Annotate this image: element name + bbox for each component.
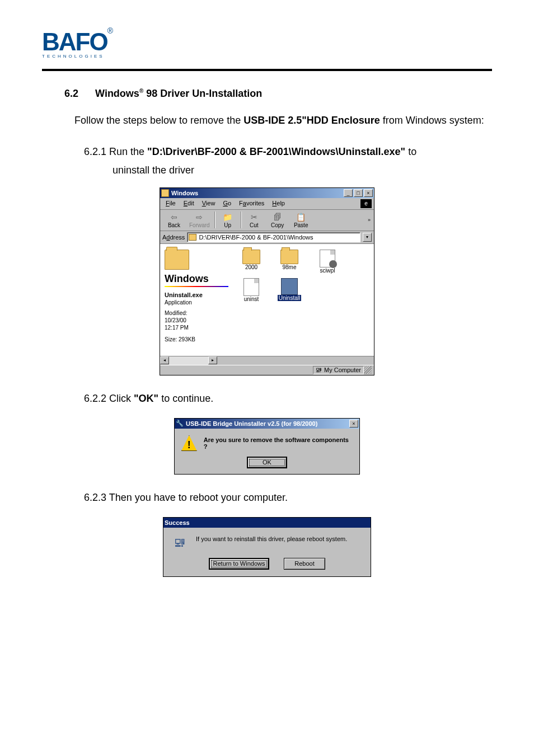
selected-type: Application (165, 299, 228, 306)
copy-label: Copy (271, 222, 284, 228)
explorer-titlebar[interactable]: Windows _ □ × (160, 188, 374, 198)
size-text: Size: 293KB (165, 336, 228, 342)
section-heading: 6.2 Windows® 98 Driver Un-Installation (64, 88, 492, 100)
explorer-client: Windows Uninstall.exe Application Modifi… (160, 244, 374, 356)
dialog2-title: Success (165, 519, 369, 526)
figure-dialog2: Success 🖳 If you want to reinstall this … (42, 517, 492, 577)
item-label: sciwpl (320, 267, 335, 274)
dialog1-message: Are you sure to remove the software comp… (204, 436, 353, 450)
dialog1-title: USB-IDE Bridge Uninstaller v2.5 (for 98/… (186, 420, 348, 427)
confirm-dialog: 🔧 USB-IDE Bridge Uninstaller v2.5 (for 9… (174, 418, 360, 475)
toolbar-overflow[interactable]: » (367, 217, 372, 223)
cut-button[interactable]: ✂Cut (242, 211, 266, 229)
list-item[interactable]: Uninstall (275, 278, 303, 302)
intro-pre: Follow the steps below to remove the (74, 115, 243, 126)
back-label: Back (168, 222, 180, 228)
paste-label: Paste (294, 222, 308, 228)
toolbar-separator (214, 212, 215, 228)
file-list[interactable]: 2000 98me sciwpl uninst Uninstall (233, 244, 374, 356)
menu-help[interactable]: Help (269, 199, 288, 208)
step1-line2: uninstall the driver (113, 165, 492, 176)
return-label: Return to Windows (213, 560, 265, 567)
close-button[interactable]: × (349, 420, 358, 428)
step1-post: to (405, 146, 416, 157)
menu-favorites[interactable]: Favorites (236, 199, 268, 208)
maximize-button[interactable]: □ (354, 189, 363, 197)
modified-label: Modified: (165, 310, 228, 316)
reboot-button[interactable]: Reboot (284, 558, 325, 570)
modified-time: 12:17 PM (165, 325, 228, 331)
logo-registered: ® (107, 26, 113, 35)
dialog2-body: 🖳 If you want to reinstall this driver, … (163, 528, 371, 553)
section-title-prefix: Windows (95, 88, 139, 99)
ini-file-icon (243, 278, 259, 296)
section-number: 6.2 (64, 88, 78, 99)
success-icon: 🖳 (171, 534, 188, 551)
list-item[interactable]: sciwpl (313, 250, 341, 274)
ok-button[interactable]: OK (247, 457, 287, 468)
paste-button[interactable]: 📋Paste (289, 211, 313, 229)
copy-button[interactable]: 🗐Copy (266, 211, 289, 229)
folder-icon (280, 250, 298, 264)
up-button[interactable]: 📁Up (216, 211, 240, 229)
forward-button[interactable]: ⇨Forward (186, 211, 213, 229)
ok-label: OK (263, 459, 271, 466)
scrollbar-track[interactable] (169, 356, 208, 365)
status-text: My Computer (324, 367, 361, 373)
list-item[interactable]: uninst (237, 278, 265, 302)
back-button[interactable]: ⇦Back (162, 211, 186, 229)
step2-pre: Click (106, 393, 134, 404)
toolbar: ⇦Back ⇨Forward 📁Up ✂Cut 🗐Copy 📋Paste » (160, 210, 374, 231)
scroll-right-button[interactable]: ▸ (208, 356, 217, 364)
address-value: D:\DRIVER\BF-2000 & BF-2001\Windows (199, 234, 313, 241)
cut-icon: ✂ (249, 212, 260, 222)
back-arrow-icon: ⇦ (168, 212, 180, 222)
step-6-2-1: 6.2.1 Run the "D:\Driver\BF-2000 & BF-20… (84, 144, 492, 160)
intro-bold: USB-IDE 2.5"HDD Enclosure (243, 115, 380, 126)
status-bar: 🖳 My Computer (160, 365, 374, 375)
menu-edit[interactable]: Edit (180, 199, 198, 208)
folder-icon (242, 250, 260, 264)
forward-arrow-icon: ⇨ (194, 212, 205, 222)
step2-bold: "OK" (134, 393, 158, 404)
step-6-2-3: 6.2.3 Then you have to reboot your compu… (84, 490, 492, 506)
big-folder-icon (165, 250, 189, 270)
list-item[interactable]: 2000 (237, 250, 265, 274)
ini-file-icon (320, 250, 335, 267)
minimize-button[interactable]: _ (344, 189, 353, 197)
close-button[interactable]: × (364, 189, 373, 197)
modified-date: 10/23/00 (165, 317, 228, 323)
menu-view[interactable]: View (199, 199, 219, 208)
address-dropdown[interactable]: ▾ (363, 233, 372, 242)
logo-subtext: TECHNOLOGIES (42, 54, 113, 59)
intro-post: from Windows system: (380, 115, 484, 126)
warning-icon: ! (181, 435, 197, 451)
list-item[interactable]: 98me (275, 250, 303, 274)
return-button[interactable]: Return to Windows (209, 558, 269, 570)
address-field[interactable]: D:\DRIVER\BF-2000 & BF-2001\Windows (187, 232, 360, 242)
ie-logo-icon: e (360, 199, 372, 208)
resize-grip[interactable] (364, 366, 372, 374)
section-title-suffix: 98 Driver Un-Installation (143, 88, 262, 99)
figure-dialog1: 🔧 USB-IDE Bridge Uninstaller v2.5 (for 9… (42, 418, 492, 475)
status-zone: 🖳 My Computer (313, 366, 364, 374)
scroll-left-button[interactable]: ◂ (160, 356, 169, 364)
item-label-selected: Uninstall (278, 295, 301, 301)
dialog1-titlebar[interactable]: 🔧 USB-IDE Bridge Uninstaller v2.5 (for 9… (175, 419, 359, 429)
menu-go[interactable]: Go (219, 199, 235, 208)
logo-text: BAFO (42, 28, 107, 56)
cut-label: Cut (250, 222, 259, 228)
pane-title: Windows (165, 273, 228, 285)
menubar: File Edit View Go Favorites Help e (160, 198, 374, 210)
dialog1-buttons: OK (175, 453, 359, 474)
figure-explorer: Windows _ □ × File Edit View Go Favorite… (42, 187, 492, 375)
dialog2-titlebar[interactable]: Success (163, 518, 371, 528)
success-dialog: Success 🖳 If you want to reinstall this … (163, 517, 371, 577)
step1-bold: "D:\Driver\BF-2000 & BF-2001\Windows\Uni… (147, 146, 405, 157)
intro-text: Follow the steps below to remove the USB… (74, 113, 492, 129)
dialog2-message: If you want to reinstall this driver, pl… (196, 534, 347, 542)
step3-text: Then you have to reboot your computer. (106, 492, 288, 503)
toolbar-separator-2 (241, 212, 241, 228)
up-folder-icon: 📁 (222, 212, 233, 222)
menu-file[interactable]: File (162, 199, 179, 208)
